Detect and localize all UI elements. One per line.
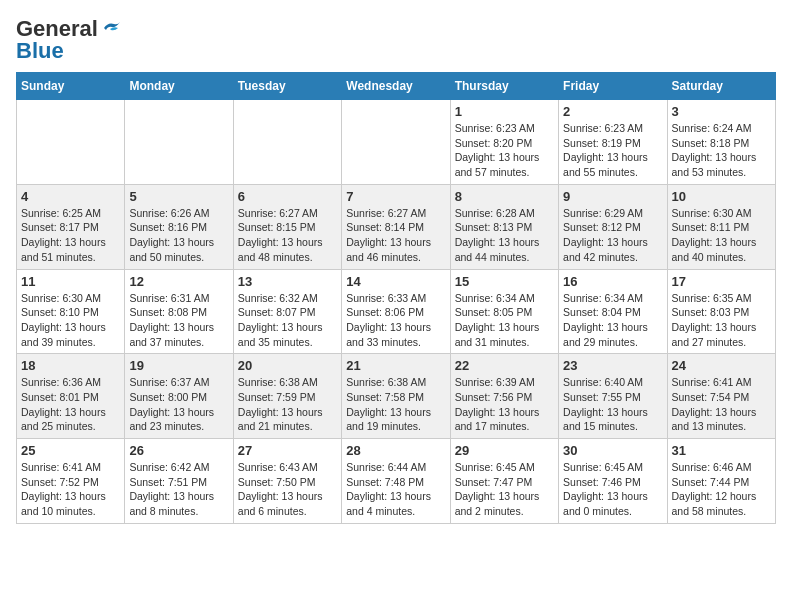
calendar-day-cell: 26Sunrise: 6:42 AM Sunset: 7:51 PM Dayli… (125, 439, 233, 524)
calendar-table: SundayMondayTuesdayWednesdayThursdayFrid… (16, 72, 776, 524)
day-info: Sunrise: 6:30 AM Sunset: 8:11 PM Dayligh… (672, 206, 771, 265)
day-number: 2 (563, 104, 662, 119)
calendar-day-cell: 7Sunrise: 6:27 AM Sunset: 8:14 PM Daylig… (342, 184, 450, 269)
calendar-day-cell: 19Sunrise: 6:37 AM Sunset: 8:00 PM Dayli… (125, 354, 233, 439)
calendar-week-row: 1Sunrise: 6:23 AM Sunset: 8:20 PM Daylig… (17, 100, 776, 185)
day-info: Sunrise: 6:28 AM Sunset: 8:13 PM Dayligh… (455, 206, 554, 265)
weekday-header-monday: Monday (125, 73, 233, 100)
day-info: Sunrise: 6:37 AM Sunset: 8:00 PM Dayligh… (129, 375, 228, 434)
calendar-day-cell: 4Sunrise: 6:25 AM Sunset: 8:17 PM Daylig… (17, 184, 125, 269)
day-info: Sunrise: 6:40 AM Sunset: 7:55 PM Dayligh… (563, 375, 662, 434)
day-info: Sunrise: 6:23 AM Sunset: 8:19 PM Dayligh… (563, 121, 662, 180)
day-number: 31 (672, 443, 771, 458)
day-info: Sunrise: 6:30 AM Sunset: 8:10 PM Dayligh… (21, 291, 120, 350)
calendar-day-cell: 14Sunrise: 6:33 AM Sunset: 8:06 PM Dayli… (342, 269, 450, 354)
calendar-week-row: 11Sunrise: 6:30 AM Sunset: 8:10 PM Dayli… (17, 269, 776, 354)
day-info: Sunrise: 6:29 AM Sunset: 8:12 PM Dayligh… (563, 206, 662, 265)
weekday-header-thursday: Thursday (450, 73, 558, 100)
calendar-empty-cell (17, 100, 125, 185)
day-number: 10 (672, 189, 771, 204)
day-info: Sunrise: 6:34 AM Sunset: 8:04 PM Dayligh… (563, 291, 662, 350)
day-info: Sunrise: 6:31 AM Sunset: 8:08 PM Dayligh… (129, 291, 228, 350)
day-info: Sunrise: 6:45 AM Sunset: 7:46 PM Dayligh… (563, 460, 662, 519)
day-number: 5 (129, 189, 228, 204)
calendar-day-cell: 23Sunrise: 6:40 AM Sunset: 7:55 PM Dayli… (559, 354, 667, 439)
calendar-day-cell: 27Sunrise: 6:43 AM Sunset: 7:50 PM Dayli… (233, 439, 341, 524)
day-number: 25 (21, 443, 120, 458)
calendar-day-cell: 5Sunrise: 6:26 AM Sunset: 8:16 PM Daylig… (125, 184, 233, 269)
calendar-day-cell: 25Sunrise: 6:41 AM Sunset: 7:52 PM Dayli… (17, 439, 125, 524)
day-info: Sunrise: 6:27 AM Sunset: 8:14 PM Dayligh… (346, 206, 445, 265)
day-number: 11 (21, 274, 120, 289)
calendar-day-cell: 9Sunrise: 6:29 AM Sunset: 8:12 PM Daylig… (559, 184, 667, 269)
calendar-empty-cell (342, 100, 450, 185)
weekday-header-wednesday: Wednesday (342, 73, 450, 100)
day-info: Sunrise: 6:38 AM Sunset: 7:58 PM Dayligh… (346, 375, 445, 434)
day-info: Sunrise: 6:46 AM Sunset: 7:44 PM Dayligh… (672, 460, 771, 519)
day-number: 30 (563, 443, 662, 458)
calendar-week-row: 4Sunrise: 6:25 AM Sunset: 8:17 PM Daylig… (17, 184, 776, 269)
day-info: Sunrise: 6:33 AM Sunset: 8:06 PM Dayligh… (346, 291, 445, 350)
calendar-day-cell: 12Sunrise: 6:31 AM Sunset: 8:08 PM Dayli… (125, 269, 233, 354)
day-info: Sunrise: 6:44 AM Sunset: 7:48 PM Dayligh… (346, 460, 445, 519)
day-number: 16 (563, 274, 662, 289)
day-number: 23 (563, 358, 662, 373)
calendar-week-row: 25Sunrise: 6:41 AM Sunset: 7:52 PM Dayli… (17, 439, 776, 524)
logo-blue-text: Blue (16, 38, 64, 64)
day-info: Sunrise: 6:42 AM Sunset: 7:51 PM Dayligh… (129, 460, 228, 519)
logo-bird-icon (100, 20, 122, 40)
calendar-day-cell: 29Sunrise: 6:45 AM Sunset: 7:47 PM Dayli… (450, 439, 558, 524)
calendar-day-cell: 18Sunrise: 6:36 AM Sunset: 8:01 PM Dayli… (17, 354, 125, 439)
calendar-day-cell: 1Sunrise: 6:23 AM Sunset: 8:20 PM Daylig… (450, 100, 558, 185)
calendar-day-cell: 8Sunrise: 6:28 AM Sunset: 8:13 PM Daylig… (450, 184, 558, 269)
calendar-day-cell: 20Sunrise: 6:38 AM Sunset: 7:59 PM Dayli… (233, 354, 341, 439)
calendar-day-cell: 17Sunrise: 6:35 AM Sunset: 8:03 PM Dayli… (667, 269, 775, 354)
day-info: Sunrise: 6:34 AM Sunset: 8:05 PM Dayligh… (455, 291, 554, 350)
day-info: Sunrise: 6:23 AM Sunset: 8:20 PM Dayligh… (455, 121, 554, 180)
calendar-day-cell: 15Sunrise: 6:34 AM Sunset: 8:05 PM Dayli… (450, 269, 558, 354)
weekday-header-friday: Friday (559, 73, 667, 100)
day-number: 3 (672, 104, 771, 119)
day-number: 21 (346, 358, 445, 373)
day-info: Sunrise: 6:41 AM Sunset: 7:52 PM Dayligh… (21, 460, 120, 519)
calendar-day-cell: 28Sunrise: 6:44 AM Sunset: 7:48 PM Dayli… (342, 439, 450, 524)
day-number: 14 (346, 274, 445, 289)
calendar-week-row: 18Sunrise: 6:36 AM Sunset: 8:01 PM Dayli… (17, 354, 776, 439)
day-number: 28 (346, 443, 445, 458)
logo: General Blue (16, 16, 122, 64)
day-number: 20 (238, 358, 337, 373)
day-number: 19 (129, 358, 228, 373)
day-info: Sunrise: 6:38 AM Sunset: 7:59 PM Dayligh… (238, 375, 337, 434)
day-number: 1 (455, 104, 554, 119)
calendar-day-cell: 13Sunrise: 6:32 AM Sunset: 8:07 PM Dayli… (233, 269, 341, 354)
calendar-day-cell: 24Sunrise: 6:41 AM Sunset: 7:54 PM Dayli… (667, 354, 775, 439)
day-number: 6 (238, 189, 337, 204)
weekday-header-saturday: Saturday (667, 73, 775, 100)
day-number: 8 (455, 189, 554, 204)
page-header: General Blue (16, 16, 776, 64)
day-number: 15 (455, 274, 554, 289)
day-info: Sunrise: 6:45 AM Sunset: 7:47 PM Dayligh… (455, 460, 554, 519)
calendar-day-cell: 11Sunrise: 6:30 AM Sunset: 8:10 PM Dayli… (17, 269, 125, 354)
calendar-day-cell: 16Sunrise: 6:34 AM Sunset: 8:04 PM Dayli… (559, 269, 667, 354)
day-info: Sunrise: 6:24 AM Sunset: 8:18 PM Dayligh… (672, 121, 771, 180)
calendar-day-cell: 10Sunrise: 6:30 AM Sunset: 8:11 PM Dayli… (667, 184, 775, 269)
day-number: 12 (129, 274, 228, 289)
day-info: Sunrise: 6:27 AM Sunset: 8:15 PM Dayligh… (238, 206, 337, 265)
calendar-day-cell: 6Sunrise: 6:27 AM Sunset: 8:15 PM Daylig… (233, 184, 341, 269)
day-number: 29 (455, 443, 554, 458)
day-info: Sunrise: 6:25 AM Sunset: 8:17 PM Dayligh… (21, 206, 120, 265)
day-info: Sunrise: 6:26 AM Sunset: 8:16 PM Dayligh… (129, 206, 228, 265)
calendar-empty-cell (125, 100, 233, 185)
calendar-empty-cell (233, 100, 341, 185)
day-info: Sunrise: 6:35 AM Sunset: 8:03 PM Dayligh… (672, 291, 771, 350)
day-number: 26 (129, 443, 228, 458)
calendar-day-cell: 30Sunrise: 6:45 AM Sunset: 7:46 PM Dayli… (559, 439, 667, 524)
day-number: 9 (563, 189, 662, 204)
weekday-header-sunday: Sunday (17, 73, 125, 100)
day-info: Sunrise: 6:39 AM Sunset: 7:56 PM Dayligh… (455, 375, 554, 434)
calendar-day-cell: 21Sunrise: 6:38 AM Sunset: 7:58 PM Dayli… (342, 354, 450, 439)
calendar-day-cell: 3Sunrise: 6:24 AM Sunset: 8:18 PM Daylig… (667, 100, 775, 185)
day-number: 24 (672, 358, 771, 373)
weekday-header-tuesday: Tuesday (233, 73, 341, 100)
